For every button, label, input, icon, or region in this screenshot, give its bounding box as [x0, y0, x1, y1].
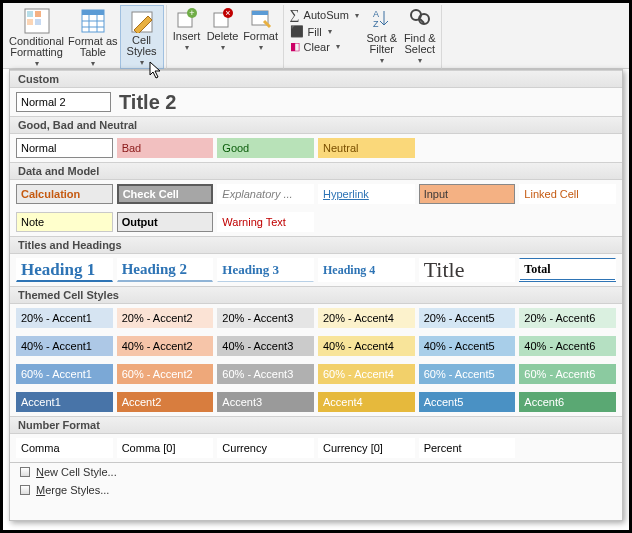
style-accent4-40[interactable]: 40% - Accent4 [318, 336, 415, 356]
format-as-table-button[interactable]: Format as Table▾ [66, 5, 120, 69]
format-label: Format [243, 31, 278, 42]
clear-button[interactable]: ◧Clear▾ [290, 40, 359, 53]
cell-styles-gallery: Custom Normal 2 Title 2 Good, Bad and Ne… [9, 69, 623, 521]
style-accent1-20[interactable]: 20% - Accent1 [16, 308, 113, 328]
style-accent6-40[interactable]: 40% - Accent6 [519, 336, 616, 356]
chevron-down-icon: ▾ [140, 57, 144, 68]
style-comma[interactable]: Comma [16, 438, 113, 458]
svg-rect-19 [252, 11, 268, 15]
chevron-down-icon: ▾ [380, 55, 384, 66]
style-comma-0[interactable]: Comma [0] [117, 438, 214, 458]
style-accent1-60[interactable]: 60% - Accent1 [16, 364, 113, 384]
svg-rect-4 [35, 19, 41, 25]
insert-button[interactable]: + Insert▾ [169, 5, 205, 69]
chevron-down-icon: ▾ [336, 42, 340, 51]
delete-label: Delete [207, 31, 239, 42]
style-accent6-20[interactable]: 20% - Accent6 [519, 308, 616, 328]
svg-rect-6 [82, 10, 104, 15]
style-note[interactable]: Note [16, 212, 113, 232]
style-accent4-20[interactable]: 20% - Accent4 [318, 308, 415, 328]
style-accent5-20[interactable]: 20% - Accent5 [419, 308, 516, 328]
svg-text:Z: Z [373, 19, 379, 29]
editing-group: ∑AutoSum▾ ⬛Fill▾ ◧Clear▾ AZ Sort & Filte… [286, 5, 442, 69]
sort-filter-button[interactable]: AZ Sort & Filter▾ [363, 5, 401, 69]
style-accent5[interactable]: Accent5 [419, 392, 516, 412]
style-normal[interactable]: Normal [16, 138, 113, 158]
cells-group: + Insert▾ × Delete▾ Format▾ [169, 5, 284, 69]
conditional-formatting-button[interactable]: Conditional Formatting▾ [7, 5, 66, 69]
style-percent[interactable]: Percent [419, 438, 516, 458]
style-hyperlink[interactable]: Hyperlink [318, 184, 415, 204]
format-button[interactable]: Format▾ [241, 5, 281, 69]
style-accent5-60[interactable]: 60% - Accent5 [419, 364, 516, 384]
style-heading-3[interactable]: Heading 3 [217, 258, 314, 282]
svg-text:A: A [373, 9, 379, 19]
format-icon [250, 7, 272, 29]
style-currency-0[interactable]: Currency [0] [318, 438, 415, 458]
style-linked-cell[interactable]: Linked Cell [519, 184, 616, 204]
fill-label: Fill [308, 26, 322, 38]
style-good[interactable]: Good [217, 138, 314, 158]
style-accent4-60[interactable]: 60% - Accent4 [318, 364, 415, 384]
format-as-table-label: Format as Table [68, 36, 118, 58]
style-accent4[interactable]: Accent4 [318, 392, 415, 412]
style-calculation[interactable]: Calculation [16, 184, 113, 204]
style-normal-2[interactable]: Normal 2 [16, 92, 111, 112]
new-cell-style-icon [20, 467, 30, 477]
style-title[interactable]: Title [419, 258, 516, 282]
merge-styles-label: Merge Styles... [36, 484, 109, 496]
sort-filter-label: Sort & Filter [367, 33, 398, 55]
delete-button[interactable]: × Delete▾ [205, 5, 241, 69]
fill-icon: ⬛ [290, 25, 304, 38]
style-heading-2[interactable]: Heading 2 [117, 258, 214, 282]
style-accent5-40[interactable]: 40% - Accent5 [419, 336, 516, 356]
style-accent3-60[interactable]: 60% - Accent3 [217, 364, 314, 384]
style-accent6[interactable]: Accent6 [519, 392, 616, 412]
section-titles-headings: Titles and Headings [10, 236, 622, 254]
style-accent6-60[interactable]: 60% - Accent6 [519, 364, 616, 384]
chevron-down-icon: ▾ [355, 11, 359, 20]
style-currency[interactable]: Currency [217, 438, 314, 458]
cell-styles-icon [128, 8, 156, 33]
delete-icon: × [212, 7, 234, 29]
style-total[interactable]: Total [519, 258, 616, 282]
style-output[interactable]: Output [117, 212, 214, 232]
merge-styles-button[interactable]: Merge Styles... [10, 481, 622, 499]
style-check-cell[interactable]: Check Cell [117, 184, 214, 204]
cell-styles-button[interactable]: Cell Styles▾ [120, 5, 164, 69]
format-as-table-icon [79, 7, 107, 34]
style-title-2[interactable]: Title 2 [115, 92, 210, 112]
style-accent3[interactable]: Accent3 [217, 392, 314, 412]
chevron-down-icon: ▾ [91, 58, 95, 69]
svg-text:+: + [189, 8, 194, 18]
conditional-formatting-label: Conditional Formatting [9, 36, 64, 58]
style-accent2-60[interactable]: 60% - Accent2 [117, 364, 214, 384]
style-accent1-40[interactable]: 40% - Accent1 [16, 336, 113, 356]
style-explanatory[interactable]: Explanatory ... [217, 184, 314, 204]
style-accent3-40[interactable]: 40% - Accent3 [217, 336, 314, 356]
style-heading-4[interactable]: Heading 4 [318, 258, 415, 282]
style-accent2-20[interactable]: 20% - Accent2 [117, 308, 214, 328]
find-select-button[interactable]: Find & Select▾ [401, 5, 439, 69]
fill-button[interactable]: ⬛Fill▾ [290, 25, 359, 38]
autosum-button[interactable]: ∑AutoSum▾ [290, 7, 359, 23]
style-heading-1[interactable]: Heading 1 [16, 258, 113, 282]
chevron-down-icon: ▾ [259, 42, 263, 53]
chevron-down-icon: ▾ [35, 58, 39, 69]
style-accent2[interactable]: Accent2 [117, 392, 214, 412]
autosum-label: AutoSum [304, 9, 349, 21]
style-accent3-20[interactable]: 20% - Accent3 [217, 308, 314, 328]
style-neutral[interactable]: Neutral [318, 138, 415, 158]
insert-label: Insert [173, 31, 201, 42]
svg-rect-3 [27, 19, 33, 25]
chevron-down-icon: ▾ [418, 55, 422, 66]
style-accent1[interactable]: Accent1 [16, 392, 113, 412]
chevron-down-icon: ▾ [185, 42, 189, 53]
chevron-down-icon: ▾ [221, 42, 225, 53]
style-bad[interactable]: Bad [117, 138, 214, 158]
new-cell-style-button[interactable]: New Cell Style... [10, 463, 622, 481]
style-input[interactable]: Input [419, 184, 516, 204]
style-accent2-40[interactable]: 40% - Accent2 [117, 336, 214, 356]
style-warning-text[interactable]: Warning Text [217, 212, 314, 232]
clear-label: Clear [304, 41, 330, 53]
